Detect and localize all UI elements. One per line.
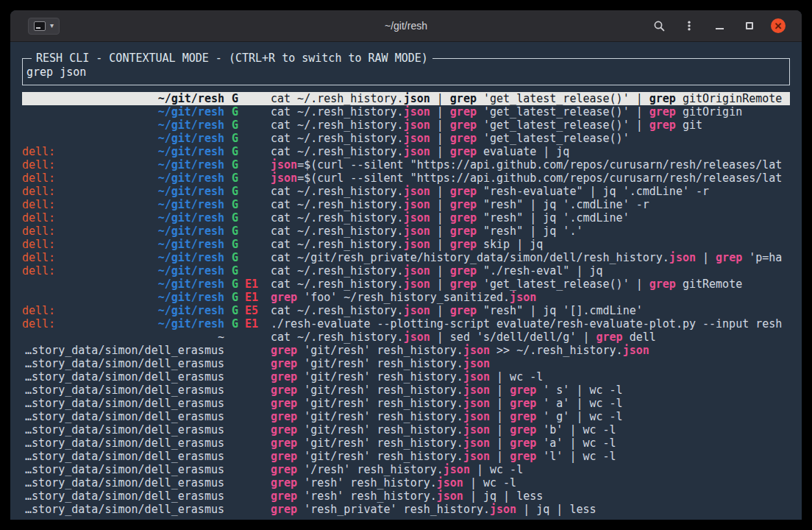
row-host: dell: <box>22 172 55 185</box>
minimize-button[interactable] <box>710 17 728 35</box>
row-flags <box>224 384 271 397</box>
history-row[interactable]: dell:~/git/reshGjson=$(curl --silent "ht… <box>22 172 790 185</box>
match-highlight: json <box>404 211 430 225</box>
command-text: cat ~/git/resh_private/history_data/simo… <box>271 251 669 264</box>
history-row[interactable]: …story_data/simon/dell_erasmusgrep 'resh… <box>22 503 790 516</box>
row-flags <box>224 476 271 490</box>
match-highlight: grep <box>271 476 297 490</box>
history-row[interactable]: ~/git/reshGcat ~/.resh_history.json | gr… <box>22 92 790 105</box>
command-text: cat ~/.resh_history. <box>271 119 404 132</box>
row-directory: ~/git/resh <box>158 185 224 198</box>
history-row[interactable]: ~/git/reshG E1cat ~/.resh_history.json |… <box>22 278 790 291</box>
match-highlight: json <box>463 344 490 357</box>
history-row[interactable]: …story_data/simon/dell_erasmusgrep 'git/… <box>22 410 790 423</box>
row-host-dir: dell:~/git/resh <box>22 317 224 331</box>
command-text: | <box>430 145 450 158</box>
command-text: | <box>430 238 450 251</box>
row-flags: G <box>224 105 271 119</box>
row-host-dir: dell:~/git/resh <box>22 198 224 211</box>
history-row[interactable]: dell:~/git/reshGcat ~/.resh_history.json… <box>22 198 790 211</box>
command-text: 'git/resh' resh_history. <box>297 397 463 410</box>
row-flags <box>224 397 271 410</box>
history-row[interactable]: …story_data/simon/dell_erasmusgrep 'git/… <box>22 437 790 450</box>
command-text: | <box>430 92 450 105</box>
history-row[interactable]: …story_data/simon/dell_erasmusgrep 'git/… <box>22 423 790 437</box>
history-row[interactable]: dell:~/git/reshGjson=$(curl --silent "ht… <box>22 158 790 172</box>
history-row[interactable]: ~/git/reshGcat ~/.resh_history.json | gr… <box>22 105 790 119</box>
match-highlight: grep <box>450 145 477 158</box>
row-command: grep 'git/resh' resh_history.json | grep… <box>271 450 790 463</box>
history-row[interactable]: …story_data/simon/dell_erasmusgrep 'resh… <box>22 476 790 490</box>
history-row[interactable]: dell:~/git/reshGcat ~/.resh_history.json… <box>22 225 790 238</box>
search-button[interactable] <box>650 17 668 35</box>
row-host-dir: …story_data/simon/dell_erasmus <box>22 476 224 490</box>
match-highlight: grep <box>450 198 477 211</box>
row-directory: ~/git/resh <box>158 304 224 317</box>
row-directory: …story_data/simon/dell_erasmus <box>25 463 224 476</box>
search-icon <box>653 20 666 32</box>
command-text: gitRemote <box>676 278 742 291</box>
history-row[interactable]: dell:~/git/reshGcat ~/.resh_history.json… <box>22 185 790 198</box>
match-highlight: grep <box>450 119 477 132</box>
history-row[interactable]: …story_data/simon/dell_erasmusgrep 'git/… <box>22 384 790 397</box>
close-icon: ✕ <box>774 21 783 31</box>
row-command: ./resh-evaluate --plotting-script evalua… <box>271 317 790 331</box>
menu-button[interactable] <box>680 17 698 35</box>
maximize-button[interactable] <box>741 17 758 35</box>
new-terminal-button[interactable]: ▾ <box>28 18 60 35</box>
history-row[interactable]: …story_data/simon/dell_erasmusgrep 'git/… <box>22 357 790 370</box>
match-highlight: json <box>404 278 430 291</box>
history-row[interactable]: dell:~/git/reshGcat ~/.resh_history.json… <box>22 145 790 158</box>
close-button[interactable]: ✕ <box>771 18 786 33</box>
search-header-box: RESH CLI - CONTEXTUAL MODE - (CTRL+R to … <box>22 58 790 85</box>
row-flags: G <box>224 238 271 251</box>
history-row[interactable]: ~/git/reshGcat ~/.resh_history.json | gr… <box>22 132 790 145</box>
history-row[interactable]: dell:~/git/reshGcat ~/.resh_history.json… <box>22 264 790 278</box>
history-row[interactable]: dell:~/git/reshGcat ~/.resh_history.json… <box>22 211 790 225</box>
history-row[interactable]: …story_data/simon/dell_erasmusgrep 'git/… <box>22 370 790 384</box>
history-row[interactable]: dell:~/git/reshG E1./resh-evaluate --plo… <box>22 317 790 331</box>
history-row[interactable]: ~cat ~/.resh_history.json | sed 's/dell/… <box>22 331 790 344</box>
history-row[interactable]: dell:~/git/reshGcat ~/.resh_history.json… <box>22 238 790 251</box>
match-highlight: grep <box>510 437 536 450</box>
match-highlight: grep <box>450 132 477 145</box>
row-flags <box>224 370 271 384</box>
row-directory: ~/git/resh <box>158 132 224 145</box>
row-command: cat ~/git/resh_private/history_data/simo… <box>271 251 790 264</box>
match-highlight: grep <box>649 105 676 119</box>
row-flags <box>224 503 271 516</box>
history-row[interactable]: …story_data/simon/dell_erasmusgrep 'git/… <box>22 344 790 357</box>
row-host-dir: dell:~/git/resh <box>22 225 224 238</box>
exit-status-flag: E1 <box>238 317 258 331</box>
command-text: dell <box>623 331 656 344</box>
history-row[interactable]: dell:~/git/reshG E5cat ~/.resh_history.j… <box>22 304 790 317</box>
row-directory: ~/git/resh <box>158 92 224 105</box>
command-text: cat ~/.resh_history. <box>271 304 404 317</box>
row-host-dir: ~/git/resh <box>22 119 224 132</box>
row-directory: …story_data/simon/dell_erasmus <box>25 423 224 437</box>
command-text: | <box>430 185 450 198</box>
match-highlight: json <box>463 423 490 437</box>
row-directory: …story_data/simon/dell_erasmus <box>25 450 224 463</box>
history-row[interactable]: …story_data/simon/dell_erasmusgrep 'resh… <box>22 490 790 503</box>
history-row[interactable]: dell:~/git/reshGcat ~/git/resh_private/h… <box>22 251 790 264</box>
row-host: dell: <box>22 225 55 238</box>
git-flag: G <box>232 317 238 331</box>
command-text: ' a' | wc -l <box>536 397 622 410</box>
terminal-icon <box>34 21 46 31</box>
command-text: gitOriginRemote <box>676 92 783 105</box>
history-row[interactable]: ~/git/reshG E1grep 'foo' ~/resh_history_… <box>22 291 790 304</box>
history-row[interactable]: ~/git/reshGcat ~/.resh_history.json | gr… <box>22 119 790 132</box>
command-text: 'git/resh' resh_history. <box>297 384 463 397</box>
command-text: 'get_latest_release()' | <box>477 105 649 119</box>
git-flag: G <box>232 145 238 158</box>
history-row[interactable]: …story_data/simon/dell_erasmusgrep 'git/… <box>22 397 790 410</box>
row-directory: …story_data/simon/dell_erasmus <box>25 357 224 370</box>
history-row[interactable]: …story_data/simon/dell_erasmusgrep 'git/… <box>22 450 790 463</box>
command-text: 'git/resh' resh_history. <box>297 423 463 437</box>
match-highlight: grep <box>450 105 477 119</box>
command-text: =$(curl --silent "https://api.github.com… <box>297 158 782 172</box>
match-highlight: json <box>490 503 516 516</box>
match-highlight: grep <box>510 397 536 410</box>
history-row[interactable]: …story_data/simon/dell_erasmusgrep '/res… <box>22 463 790 476</box>
